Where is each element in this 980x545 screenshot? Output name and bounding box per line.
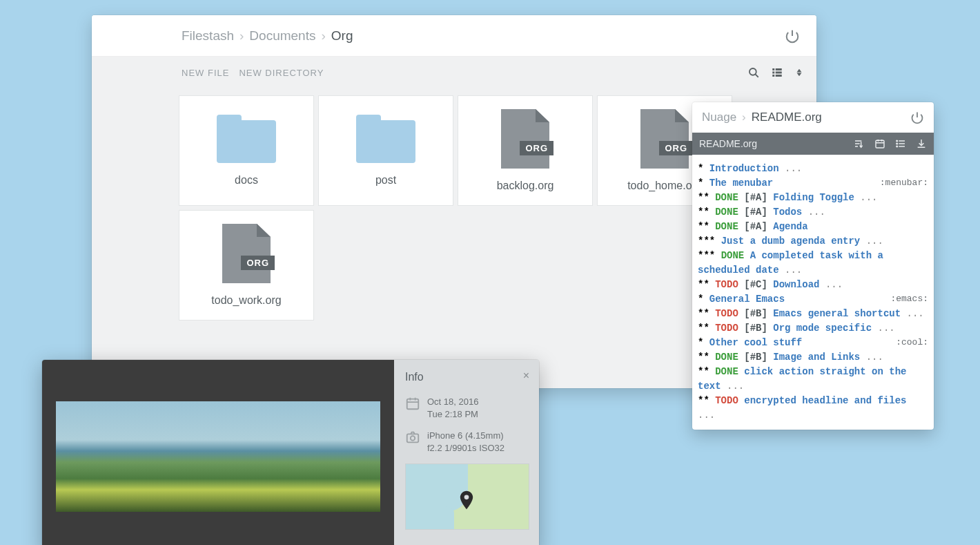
chevron-right-icon: › — [742, 111, 746, 124]
org-file-icon: ORG — [640, 109, 689, 169]
svg-rect-15 — [407, 399, 419, 410]
breadcrumb-item-current: README.org — [752, 111, 822, 124]
new-directory-button[interactable]: NEW DIRECTORY — [239, 68, 324, 78]
org-line[interactable]: * General Emacs:emacs: — [698, 292, 928, 307]
file-tile[interactable]: docs — [179, 95, 314, 206]
org-line[interactable]: ** DONE [#A] Agenda — [698, 220, 928, 234]
folder-icon — [356, 115, 415, 163]
svg-rect-6 — [772, 75, 774, 77]
folder-icon — [217, 115, 276, 163]
org-line[interactable]: *** DONE A completed task with a schedul… — [698, 249, 928, 278]
search-icon[interactable] — [747, 66, 760, 79]
readme-header: Nuage › README.org — [692, 102, 934, 133]
info-date-row: Oct 18, 2016 Tue 2:18 PM — [405, 396, 528, 420]
svg-rect-5 — [776, 72, 782, 74]
info-date: Oct 18, 2016 — [427, 396, 478, 407]
breadcrumb-item[interactable]: Filestash — [182, 28, 234, 44]
org-line[interactable]: * Other cool stuff:cool: — [698, 336, 928, 350]
info-camera-row: iPhone 6 (4.15mm) f2.2 1/9901s ISO32 — [405, 430, 528, 454]
svg-rect-8 — [876, 140, 884, 148]
close-icon[interactable]: × — [523, 370, 529, 382]
editor-toolbar: README.org — [692, 133, 934, 155]
breadcrumb-item[interactable]: Nuage — [702, 111, 736, 124]
sort-lines-icon[interactable] — [854, 138, 865, 149]
org-line[interactable]: ** DONE click action straight on the tex… — [698, 365, 928, 394]
org-line[interactable]: ** TODO encrypted headline and files ... — [698, 394, 928, 423]
calendar-icon[interactable] — [874, 138, 885, 149]
file-label: todo_work.org — [211, 294, 281, 307]
breadcrumb-item[interactable]: Documents — [249, 28, 315, 44]
org-line[interactable]: ** DONE [#B] Image and Links ... — [698, 350, 928, 365]
svg-point-17 — [411, 436, 415, 440]
svg-point-0 — [749, 68, 756, 75]
svg-rect-7 — [776, 75, 782, 77]
org-file-icon: ORG — [222, 224, 271, 283]
chevron-right-icon: › — [239, 28, 244, 44]
photo-area — [42, 360, 394, 545]
map-pin-icon — [460, 490, 473, 510]
list-view-icon[interactable] — [771, 66, 783, 79]
file-label: post — [375, 174, 396, 187]
info-time: Tue 2:18 PM — [427, 409, 478, 419]
info-title: Info — [405, 371, 528, 383]
svg-point-12 — [896, 140, 898, 142]
org-line[interactable]: ** TODO [#B] Org mode specific ... — [698, 321, 928, 336]
svg-rect-16 — [407, 434, 419, 443]
svg-point-13 — [896, 143, 898, 144]
svg-rect-4 — [772, 72, 774, 74]
list-icon[interactable] — [895, 138, 906, 149]
svg-rect-3 — [776, 68, 782, 70]
breadcrumb: Filestash › Documents › Org — [182, 28, 353, 44]
chevron-right-icon: › — [321, 28, 325, 44]
download-icon[interactable] — [916, 138, 927, 149]
org-line[interactable]: ** TODO [#C] Download ... — [698, 278, 928, 292]
svg-rect-2 — [772, 68, 774, 70]
photo-image[interactable] — [56, 401, 380, 512]
photo-viewer-window: Info × Oct 18, 2016 Tue 2:18 PM iPhone 6… — [42, 360, 539, 545]
new-file-button[interactable]: NEW FILE — [182, 68, 229, 78]
camera-icon — [405, 430, 420, 445]
org-file-icon: ORG — [501, 109, 549, 169]
calendar-icon — [405, 396, 420, 411]
breadcrumb-item-current: Org — [331, 28, 353, 44]
info-camera-model: iPhone 6 (4.15mm) — [427, 430, 504, 441]
power-icon[interactable] — [785, 28, 800, 44]
power-icon[interactable] — [910, 111, 924, 124]
file-label: todo_home.org — [627, 180, 702, 192]
org-line[interactable]: ** DONE [#A] Folding Toggle ... — [698, 191, 928, 205]
org-line[interactable]: ** DONE [#A] Todos ... — [698, 205, 928, 220]
file-tile[interactable]: post — [318, 95, 453, 206]
svg-point-18 — [464, 495, 469, 500]
file-browser-header: Filestash › Documents › Org — [92, 15, 816, 57]
breadcrumb: Nuage › README.org — [702, 111, 822, 124]
readme-window: Nuage › README.org README.org * Introduc… — [692, 102, 934, 430]
svg-point-14 — [896, 146, 898, 147]
file-tile[interactable]: ORGbacklog.org — [458, 95, 593, 206]
info-map[interactable] — [405, 463, 529, 530]
sort-icon[interactable] — [794, 66, 804, 79]
org-line[interactable]: *** Just a dumb agenda entry ... — [698, 234, 928, 249]
file-label: docs — [235, 174, 258, 187]
org-line[interactable]: ** TODO [#B] Emacs general shortcut ... — [698, 307, 928, 321]
svg-line-1 — [756, 75, 758, 77]
org-line[interactable]: * Introduction ... — [698, 162, 928, 176]
info-camera-settings: f2.2 1/9901s ISO32 — [427, 443, 504, 453]
org-content[interactable]: * Introduction ...* The menubar:menubar:… — [692, 155, 934, 430]
file-label: backlog.org — [497, 180, 554, 192]
info-panel: Info × Oct 18, 2016 Tue 2:18 PM iPhone 6… — [394, 360, 539, 545]
file-title: README.org — [699, 138, 757, 149]
org-line[interactable]: * The menubar:menubar: — [698, 176, 928, 191]
file-browser-toolbar: NEW FILE NEW DIRECTORY — [92, 57, 816, 88]
file-tile[interactable]: ORGtodo_work.org — [179, 210, 314, 321]
